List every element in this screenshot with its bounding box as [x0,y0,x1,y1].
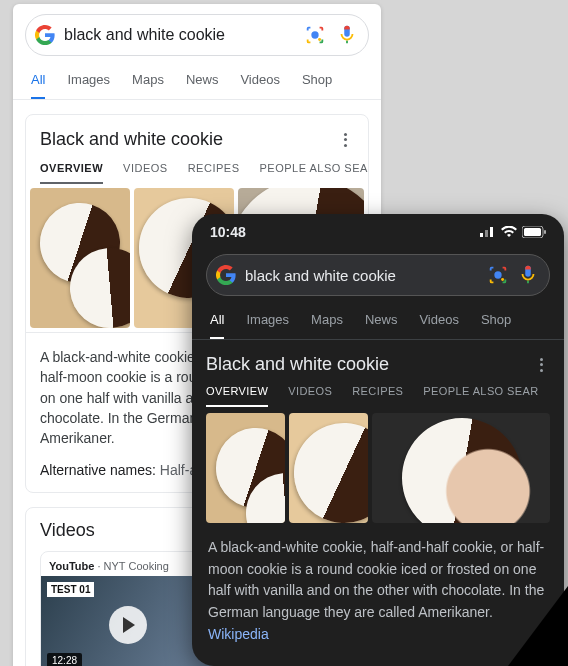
tab-shop[interactable]: Shop [302,64,332,99]
subtab-people-dark[interactable]: PEOPLE ALSO SEAR [423,385,538,407]
wifi-icon [501,226,517,238]
google-logo-icon [215,264,237,286]
card-description-dark: A black-and-white cookie, half-and-half … [192,523,564,663]
svg-rect-6 [524,228,541,236]
video-thumbnail[interactable]: TEST 01 12:28 [41,576,214,666]
subtab-recipes[interactable]: RECIPES [188,162,240,184]
card-title-dark: Black and white cookie [206,354,389,375]
svg-point-1 [318,38,321,41]
mic-icon[interactable] [517,264,539,286]
subtab-videos[interactable]: VIDEOS [123,162,168,184]
subtab-videos-dark[interactable]: VIDEOS [288,385,332,407]
google-logo-icon [34,24,56,46]
tab-images[interactable]: Images [67,64,110,99]
subtab-people[interactable]: PEOPLE ALSO SEAR [259,162,368,184]
svg-rect-7 [544,230,546,234]
subtab-recipes-dark[interactable]: RECIPES [352,385,403,407]
signal-icon [480,224,496,240]
svg-rect-4 [490,227,493,237]
image-thumb[interactable] [289,413,368,523]
tab-news-dark[interactable]: News [365,304,398,339]
search-bar[interactable] [25,14,369,56]
svg-point-8 [494,271,501,278]
svg-rect-3 [485,230,488,237]
battery-icon [522,226,546,238]
more-options-icon[interactable] [336,131,354,149]
google-lens-icon[interactable] [304,24,326,46]
result-type-tabs: All Images Maps News Videos Shop [13,64,381,100]
tab-all-dark[interactable]: All [210,304,224,340]
image-thumb[interactable] [30,188,130,328]
search-input[interactable] [64,26,296,44]
card-subtabs-dark: OVERVIEW VIDEOS RECIPES PEOPLE ALSO SEAR [206,375,550,407]
image-thumb[interactable] [206,413,285,523]
dark-mode-phone: 10:48 All Images M [192,214,564,666]
card-title: Black and white cookie [40,129,223,150]
wikipedia-link[interactable]: Wikipedia [208,626,269,642]
tab-videos-dark[interactable]: Videos [419,304,459,339]
video-tile[interactable]: YouTube · NYT Cooking TEST 01 12:28 [40,551,215,666]
tab-maps[interactable]: Maps [132,64,164,99]
image-carousel-dark[interactable] [192,407,564,523]
subtab-overview-dark[interactable]: OVERVIEW [206,385,268,407]
search-input-dark[interactable] [245,267,479,284]
more-options-icon[interactable] [532,356,550,374]
subtab-overview[interactable]: OVERVIEW [40,162,103,184]
card-subtabs: OVERVIEW VIDEOS RECIPES PEOPLE ALSO SEAR [26,154,368,184]
tab-videos[interactable]: Videos [240,64,280,99]
status-bar: 10:48 [192,214,564,246]
video-source: YouTube · NYT Cooking [41,552,214,576]
video-duration: 12:28 [47,653,82,666]
svg-point-0 [311,31,318,38]
result-type-tabs-dark: All Images Maps News Videos Shop [192,304,564,340]
tab-images-dark[interactable]: Images [246,304,289,339]
search-bar-dark[interactable] [206,254,550,296]
image-thumb[interactable] [372,413,550,523]
tab-all[interactable]: All [31,64,45,100]
svg-point-9 [501,278,504,281]
status-time: 10:48 [210,224,246,240]
mic-icon[interactable] [336,24,358,46]
google-lens-icon[interactable] [487,264,509,286]
play-icon[interactable] [109,606,147,644]
tab-maps-dark[interactable]: Maps [311,304,343,339]
svg-rect-2 [480,233,483,237]
video-badge: TEST 01 [47,582,94,597]
tab-news[interactable]: News [186,64,219,99]
tab-shop-dark[interactable]: Shop [481,304,511,339]
